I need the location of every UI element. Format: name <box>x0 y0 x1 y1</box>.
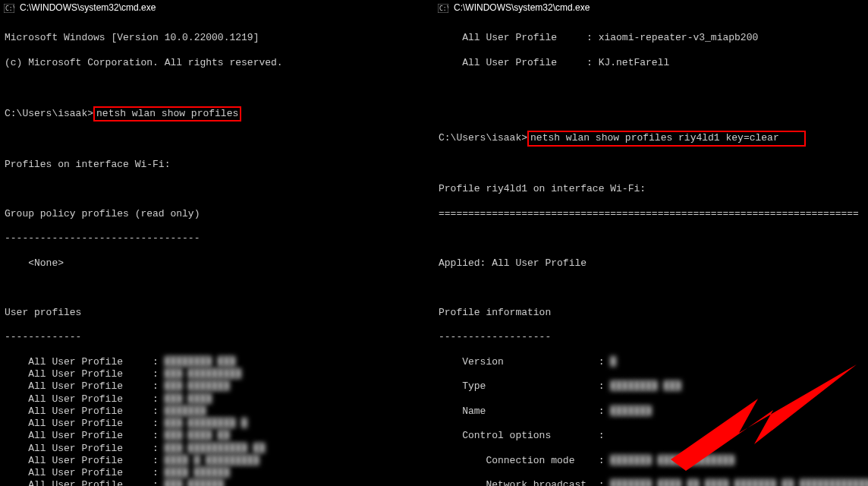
profile-list: All User Profile : ████████ ███ All User… <box>5 356 429 486</box>
profile-value: ███-████ ██ <box>165 430 230 441</box>
right-window-title: C:\WINDOWS\system32\cmd.exe <box>454 2 590 14</box>
profile-row: All User Profile : ███-██████ <box>5 479 429 486</box>
left-copyright-line: (c) Microsoft Corporation. All rights re… <box>5 57 429 69</box>
right-prompt-line: C:\Users\isaak>netsh wlan show profiles … <box>439 131 863 146</box>
profile-value: ████████ ███ <box>165 356 236 368</box>
right-prompt: C:\Users\isaak> <box>439 132 527 144</box>
left-terminal[interactable]: Microsoft Windows [Version 10.0.22000.12… <box>0 17 434 486</box>
profile-value: ███████ <box>165 406 206 417</box>
pi-version: Version : █ <box>439 356 863 368</box>
applied-line: Applied: All User Profile <box>439 257 863 270</box>
profile-label: All User Profile : <box>5 380 165 392</box>
profile-label: All User Profile : <box>5 393 165 405</box>
left-pane: C:\ C:\WINDOWS\system32\cmd.exe Microsof… <box>0 0 434 486</box>
interface-heading: Profile riy4ld1 on interface Wi-Fi: <box>439 183 863 195</box>
profile-row: All User Profile : ████ ██████ <box>5 467 429 479</box>
profile-row: All User Profile : ████████ ███ <box>5 356 429 368</box>
pi-type: Type : ████████ ███ <box>439 380 863 393</box>
left-command-highlight: netsh wlan show profiles <box>93 106 241 122</box>
right-terminal[interactable]: All User Profile : xiaomi-repeater-v3_mi… <box>434 17 868 486</box>
profile-value: ███-██████████ ██ <box>165 443 266 454</box>
svg-text:C:\: C:\ <box>439 5 448 12</box>
profile-row: All User Profile : ███-██████████ ██ <box>5 443 429 455</box>
pi-heading: Profile information <box>439 307 863 319</box>
profile-label: All User Profile : <box>5 455 165 466</box>
profile-value: ████ █ █████████ <box>165 455 259 466</box>
profile-value: ███-█████████ <box>165 368 241 380</box>
gp-heading: Group policy profiles (read only) <box>5 208 429 220</box>
profile-label: All User Profile : <box>5 443 165 454</box>
right-command: netsh wlan show profiles riy4ld1 key=cle… <box>530 132 779 144</box>
profile-value: ████ ██████ <box>165 467 230 478</box>
up-dashes: ------------- <box>5 331 429 343</box>
profile-label: All User Profile : <box>5 467 165 478</box>
svg-text:C:\: C:\ <box>5 5 14 12</box>
top-profile-row-2: All User Profile : KJ.netFarell <box>439 57 863 69</box>
pi-connmode: Connection mode : ███████ █████████████ <box>439 455 863 467</box>
profile-value: ███-███████ <box>165 380 230 392</box>
profile-row: All User Profile : ███████ <box>5 406 429 418</box>
profile-value: ███-████ <box>165 393 212 405</box>
left-prompt: C:\Users\isaak> <box>5 108 93 119</box>
profile-label: All User Profile : <box>5 368 165 380</box>
profile-label: All User Profile : <box>5 406 165 417</box>
gp-dashes: --------------------------------- <box>5 232 429 245</box>
profile-row: All User Profile : ███-████ <box>5 393 429 406</box>
right-titlebar[interactable]: C:\ C:\WINDOWS\system32\cmd.exe <box>434 0 868 17</box>
left-window-title: C:\WINDOWS\system32\cmd.exe <box>20 2 156 14</box>
pi-dashes: ------------------- <box>439 331 863 343</box>
cmd-icon: C:\ <box>437 2 449 14</box>
left-command: netsh wlan show profiles <box>96 108 238 119</box>
profiles-heading: Profiles on interface Wi-Fi: <box>5 159 429 171</box>
profile-value: ███-██████ <box>165 479 224 486</box>
left-header-line: Microsoft Windows [Version 10.0.22000.12… <box>5 32 429 44</box>
pi-name: Name : ███████ <box>439 406 863 418</box>
left-titlebar[interactable]: C:\ C:\WINDOWS\system32\cmd.exe <box>0 0 434 17</box>
profile-label: All User Profile : <box>5 430 165 441</box>
panes: C:\ C:\WINDOWS\system32\cmd.exe Microsof… <box>0 0 868 486</box>
pi-broadcast: Network broadcast : ███████ ████ ██ ████… <box>439 479 863 486</box>
profile-row: All User Profile : ████ █ █████████ <box>5 455 429 467</box>
cmd-icon: C:\ <box>3 2 15 14</box>
profile-value: ███-████████ █ <box>165 418 247 429</box>
top-profile-row-1: All User Profile : xiaomi-repeater-v3_mi… <box>439 32 863 44</box>
up-heading: User profiles <box>5 307 429 319</box>
interface-dashes: ========================================… <box>439 208 863 220</box>
profile-row: All User Profile : ███-████ ██ <box>5 430 429 442</box>
gp-none: <None> <box>5 257 429 270</box>
profile-label: All User Profile : <box>5 418 165 429</box>
right-command-highlight: netsh wlan show profiles riy4ld1 key=cle… <box>527 131 806 146</box>
right-pane: C:\ C:\WINDOWS\system32\cmd.exe All User… <box>434 0 868 486</box>
profile-row: All User Profile : ███-█████████ <box>5 368 429 380</box>
left-prompt-line: C:\Users\isaak>netsh wlan show profiles <box>5 106 429 122</box>
profile-label: All User Profile : <box>5 356 165 368</box>
profile-row: All User Profile : ███-███████ <box>5 380 429 393</box>
profile-row: All User Profile : ███-████████ █ <box>5 418 429 430</box>
pi-ctrlopts: Control options : <box>439 430 863 442</box>
profile-label: All User Profile : <box>5 479 165 486</box>
